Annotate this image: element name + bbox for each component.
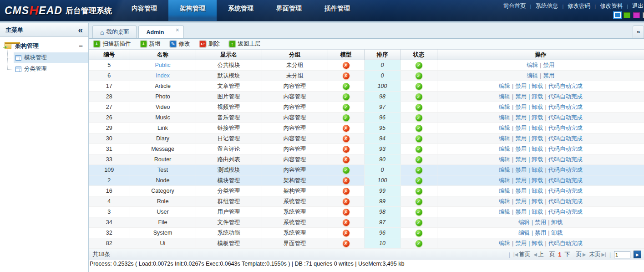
action-link[interactable]: 卸载 xyxy=(532,114,543,121)
action-link[interactable]: 卸载 xyxy=(532,125,543,131)
collapse-minus-icon[interactable]: − xyxy=(79,42,83,50)
action-link[interactable]: 禁用 xyxy=(515,188,527,194)
action-link[interactable]: 卸载 xyxy=(532,146,543,152)
prev-page-button[interactable]: ◀上一页 xyxy=(533,251,555,258)
action-link[interactable]: 卸载 xyxy=(532,198,543,205)
sidebar-item-module-management[interactable]: 模块管理 xyxy=(0,52,88,63)
theme-swatch-magenta[interactable] xyxy=(633,12,640,18)
action-link[interactable]: 编辑 xyxy=(499,240,510,246)
action-link[interactable]: 代码自动完成 xyxy=(548,83,583,89)
status-enabled-icon[interactable]: ✓ xyxy=(416,156,422,163)
action-link[interactable]: 禁用 xyxy=(515,135,527,142)
top-link-change-password[interactable]: 修改密码 xyxy=(563,2,594,10)
action-link[interactable]: 禁用 xyxy=(515,83,527,89)
go-to-page-button[interactable]: ▶ xyxy=(634,251,641,258)
action-link[interactable]: 编辑 xyxy=(527,72,538,79)
delete-button[interactable]: ↩删除 xyxy=(199,40,220,48)
theme-swatch-blue[interactable] xyxy=(614,12,621,18)
top-nav-plugin[interactable]: 插件管理 xyxy=(313,0,361,17)
action-link[interactable]: 代码自动完成 xyxy=(548,209,583,215)
close-icon[interactable]: × xyxy=(176,27,179,33)
action-link[interactable]: 代码自动完成 xyxy=(548,198,583,205)
status-enabled-icon[interactable]: ✓ xyxy=(416,230,422,236)
tab-overflow-button[interactable]: » xyxy=(633,26,644,38)
page-number-input[interactable] xyxy=(614,251,630,258)
action-link[interactable]: 禁用 xyxy=(515,93,527,100)
action-link[interactable]: 禁用 xyxy=(515,146,527,152)
action-link[interactable]: 代码自动完成 xyxy=(548,114,583,121)
action-link[interactable]: 编辑 xyxy=(499,146,510,152)
action-link[interactable]: 禁用 xyxy=(515,177,527,184)
model-disabled-icon[interactable]: ✗ xyxy=(343,72,350,79)
status-enabled-icon[interactable]: ✓ xyxy=(416,209,422,216)
action-link[interactable]: 卸载 xyxy=(532,93,543,100)
status-enabled-icon[interactable]: ✓ xyxy=(416,83,422,90)
status-enabled-icon[interactable]: ✓ xyxy=(416,72,422,79)
action-link[interactable]: 卸载 xyxy=(532,156,543,163)
status-enabled-icon[interactable]: ✓ xyxy=(416,146,422,153)
back-up-level-button[interactable]: ↑返回上层 xyxy=(229,40,261,48)
top-nav-structure[interactable]: 架构管理 xyxy=(168,0,217,21)
action-link[interactable]: 禁用 xyxy=(515,240,527,246)
action-link[interactable]: 代码自动完成 xyxy=(548,146,583,152)
action-link[interactable]: 代码自动完成 xyxy=(548,167,583,173)
model-disabled-icon[interactable]: ✗ xyxy=(343,240,350,247)
model-enabled-icon[interactable]: ✓ xyxy=(343,104,350,111)
model-disabled-icon[interactable]: ✗ xyxy=(343,135,350,142)
action-link[interactable]: 代码自动完成 xyxy=(548,125,583,131)
sidebar-item-category-management[interactable]: 分类管理 xyxy=(0,63,88,75)
action-link[interactable]: 禁用 xyxy=(515,125,527,131)
model-enabled-icon[interactable]: ✓ xyxy=(343,114,350,121)
top-nav-interface[interactable]: 界面管理 xyxy=(265,0,313,17)
action-link[interactable]: 编辑 xyxy=(518,219,530,226)
status-enabled-icon[interactable]: ✓ xyxy=(416,219,422,226)
action-link[interactable]: 代码自动完成 xyxy=(548,188,583,194)
action-link[interactable]: 编辑 xyxy=(499,125,510,131)
action-link[interactable]: 卸载 xyxy=(532,167,543,173)
action-link[interactable]: 编辑 xyxy=(499,83,510,89)
action-link[interactable]: 编辑 xyxy=(499,135,510,142)
theme-swatch-green[interactable] xyxy=(624,12,630,18)
action-link[interactable]: 禁用 xyxy=(543,72,554,79)
model-disabled-icon[interactable]: ✗ xyxy=(343,156,350,163)
first-page-button[interactable]: |◀首页 xyxy=(513,251,530,258)
top-link-front-home[interactable]: 前台首页 xyxy=(499,2,530,10)
model-disabled-icon[interactable]: ✗ xyxy=(343,62,350,69)
action-link[interactable]: 编辑 xyxy=(499,198,510,205)
last-page-button[interactable]: 末页▶| xyxy=(589,251,606,258)
status-enabled-icon[interactable]: ✓ xyxy=(416,198,422,205)
top-link-logout[interactable]: 退出 xyxy=(628,2,644,10)
action-link[interactable]: 禁用 xyxy=(515,167,527,173)
module-name-link[interactable]: Index xyxy=(156,72,170,79)
edit-button[interactable]: ✎修改 xyxy=(170,40,190,48)
model-disabled-icon[interactable]: ✗ xyxy=(343,188,350,195)
action-link[interactable]: 代码自动完成 xyxy=(548,156,583,163)
action-link[interactable]: 编辑 xyxy=(499,156,510,163)
action-link[interactable]: 编辑 xyxy=(499,93,510,100)
action-link[interactable]: 禁用 xyxy=(543,62,554,68)
action-link[interactable]: 禁用 xyxy=(515,198,527,205)
tab-admin[interactable]: Admin× xyxy=(138,26,184,38)
action-link[interactable]: 卸载 xyxy=(532,188,543,194)
model-enabled-icon[interactable]: ✓ xyxy=(343,83,350,90)
action-link[interactable]: 编辑 xyxy=(499,209,510,215)
model-disabled-icon[interactable]: ✗ xyxy=(343,209,350,216)
action-link[interactable]: 卸载 xyxy=(532,240,543,246)
next-page-button[interactable]: 下一页▶ xyxy=(564,251,586,258)
action-link[interactable]: 卸载 xyxy=(532,104,543,110)
action-link[interactable]: 禁用 xyxy=(515,114,527,121)
action-link[interactable]: 代码自动完成 xyxy=(548,104,583,110)
action-link[interactable]: 禁用 xyxy=(515,104,527,110)
action-link[interactable]: 编辑 xyxy=(499,177,510,184)
status-enabled-icon[interactable]: ✓ xyxy=(416,93,422,100)
action-link[interactable]: 卸载 xyxy=(532,209,543,215)
status-enabled-icon[interactable]: ✓ xyxy=(416,104,422,111)
status-enabled-icon[interactable]: ✓ xyxy=(416,125,422,132)
action-link[interactable]: 禁用 xyxy=(515,156,527,163)
action-link[interactable]: 禁用 xyxy=(515,209,527,215)
top-link-system-info[interactable]: 系统信息 xyxy=(531,2,562,10)
model-enabled-icon[interactable]: ✓ xyxy=(343,93,350,100)
module-name-link[interactable]: Public xyxy=(155,62,170,68)
action-link[interactable]: 编辑 xyxy=(499,167,510,173)
action-link[interactable]: 编辑 xyxy=(527,62,538,68)
